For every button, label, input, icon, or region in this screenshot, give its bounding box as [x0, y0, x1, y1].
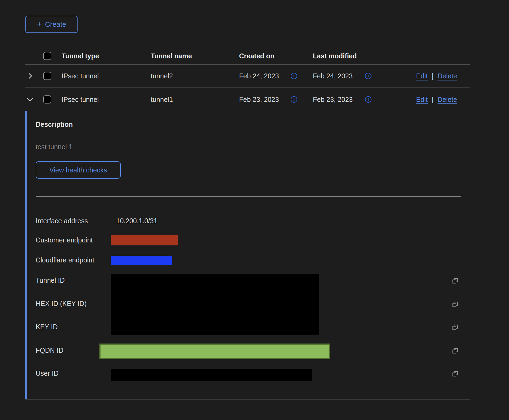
view-health-checks-button[interactable]: View health checks [36, 161, 121, 179]
copy-icon[interactable] [451, 300, 459, 308]
expanded-row-bottom-divider [25, 399, 470, 400]
create-button-label: Create [45, 20, 66, 29]
plus-icon: + [37, 20, 42, 28]
hex-id-label: HEX ID (KEY ID) [36, 300, 86, 308]
fqdn-id-label: FQDN ID [36, 346, 63, 354]
table-row-tunnel1: IPsec tunnel tunnel1 Feb 23, 2023 Feb 23… [25, 88, 470, 111]
action-separator: | [432, 96, 434, 104]
key-id-label: KEY ID [36, 323, 58, 331]
row-actions: Edit | Delete [416, 96, 457, 104]
info-icon[interactable] [291, 73, 297, 79]
delete-link[interactable]: Delete [438, 96, 457, 104]
ipsec-tunnels-page: + Create Tunnel type Tunnel name Created… [0, 0, 509, 420]
last-modified-cell: Feb 23, 2023 [313, 96, 353, 104]
customer-endpoint-label: Customer endpoint [36, 236, 93, 244]
copy-icon[interactable] [451, 323, 459, 331]
fqdn-id-redacted-value [99, 344, 330, 359]
tunnel-hex-key-id-redacted-values [111, 274, 319, 335]
action-separator: | [432, 72, 434, 80]
info-icon[interactable] [365, 73, 371, 79]
copy-icon[interactable] [451, 347, 459, 355]
interface-address-label: Interface address [36, 217, 88, 225]
interface-address-value: 10.200.1.0/31 [116, 217, 158, 225]
section-divider [36, 196, 461, 197]
customer-endpoint-redacted-value [111, 235, 178, 245]
header-tunnel-type: Tunnel type [62, 52, 99, 60]
chevron-down-icon[interactable] [25, 95, 35, 104]
copy-icon[interactable] [451, 277, 459, 285]
info-icon[interactable] [365, 96, 371, 103]
row-checkbox[interactable] [43, 72, 51, 80]
cloudflare-endpoint-label: Cloudflare endpoint [36, 256, 94, 264]
created-on-cell: Feb 24, 2023 [239, 72, 279, 80]
header-tunnel-name: Tunnel name [151, 52, 192, 60]
tunnel-name-cell: tunnel1 [151, 96, 173, 104]
table-header: Tunnel type Tunnel name Created on Last … [25, 48, 470, 65]
header-last-modified: Last modified [313, 52, 357, 60]
description-label: Description [36, 121, 73, 128]
expanded-row-accent-bar [25, 111, 27, 399]
user-id-redacted-value [111, 369, 312, 381]
info-icon[interactable] [291, 96, 297, 103]
tunnel-type-cell: IPsec tunnel [62, 72, 99, 80]
select-all-checkbox[interactable] [43, 52, 51, 60]
last-modified-cell: Feb 24, 2023 [313, 72, 353, 80]
delete-link[interactable]: Delete [438, 72, 457, 80]
tunnel-id-label: Tunnel ID [36, 276, 65, 284]
description-value: test tunnel 1 [36, 143, 72, 151]
header-created-on: Created on [239, 52, 274, 60]
edit-link[interactable]: Edit [416, 72, 428, 80]
table-row-tunnel2: IPsec tunnel tunnel2 Feb 24, 2023 Feb 24… [25, 65, 470, 88]
tunnel-type-cell: IPsec tunnel [62, 96, 99, 104]
view-health-checks-label: View health checks [49, 166, 107, 174]
created-on-cell: Feb 23, 2023 [239, 96, 279, 104]
row-checkbox[interactable] [43, 95, 51, 104]
tunnel-name-cell: tunnel2 [151, 72, 173, 80]
cloudflare-endpoint-redacted-value [111, 256, 172, 265]
edit-link[interactable]: Edit [416, 96, 428, 104]
user-id-label: User ID [36, 369, 59, 377]
chevron-right-icon[interactable] [26, 72, 35, 80]
create-button[interactable]: + Create [25, 16, 78, 33]
copy-icon[interactable] [451, 370, 459, 378]
row-actions: Edit | Delete [416, 72, 457, 80]
